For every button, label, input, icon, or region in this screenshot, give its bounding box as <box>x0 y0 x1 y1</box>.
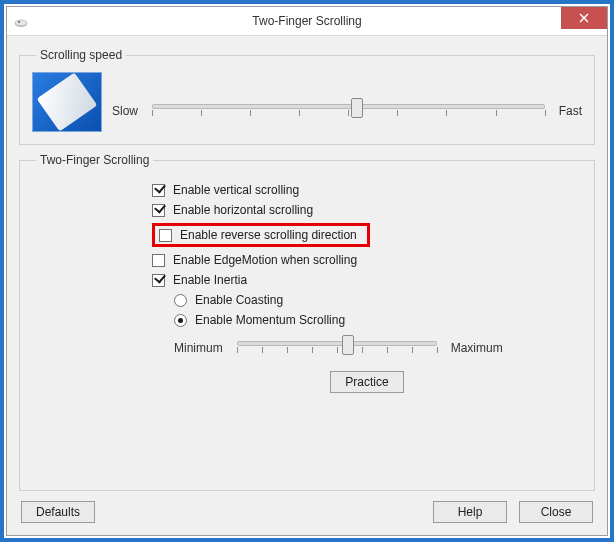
option-vertical-scrolling[interactable]: Enable vertical scrolling <box>152 183 582 197</box>
option-label: Enable Inertia <box>173 273 247 287</box>
group-two-finger-scrolling: Two-Finger Scrolling Enable vertical scr… <box>19 153 595 491</box>
option-label: Enable horizontal scrolling <box>173 203 313 217</box>
option-label: Enable vertical scrolling <box>173 183 299 197</box>
option-enable-inertia[interactable]: Enable Inertia <box>152 273 582 287</box>
practice-button[interactable]: Practice <box>330 371 404 393</box>
help-button[interactable]: Help <box>433 501 507 523</box>
option-enable-momentum[interactable]: Enable Momentum Scrolling <box>174 313 582 327</box>
close-button[interactable]: Close <box>519 501 593 523</box>
window-close-button[interactable] <box>561 7 607 29</box>
scrolling-speed-slider[interactable] <box>152 98 545 124</box>
group-scrolling-speed: Scrolling speed Slow Fast <box>19 48 595 145</box>
option-enable-coasting[interactable]: Enable Coasting <box>174 293 582 307</box>
inertia-slider-min-label: Minimum <box>174 341 223 355</box>
speed-slider-min-label: Slow <box>112 104 138 118</box>
checkbox-icon <box>152 204 165 217</box>
option-horizontal-scrolling[interactable]: Enable horizontal scrolling <box>152 203 582 217</box>
option-reverse-scrolling[interactable]: Enable reverse scrolling direction <box>152 223 582 247</box>
highlight-box: Enable reverse scrolling direction <box>152 223 370 247</box>
checkbox-icon <box>152 274 165 287</box>
checkbox-icon <box>159 229 172 242</box>
speed-slider-max-label: Fast <box>559 104 582 118</box>
dialog-window: Two-Finger Scrolling Scrolling speed Slo… <box>6 6 608 536</box>
radio-icon <box>174 294 187 307</box>
checkbox-icon <box>152 254 165 267</box>
inertia-slider[interactable] <box>237 335 437 361</box>
group-two-finger-scrolling-legend: Two-Finger Scrolling <box>36 153 153 167</box>
option-edgemotion[interactable]: Enable EdgeMotion when scrolling <box>152 253 582 267</box>
window-title: Two-Finger Scrolling <box>7 14 607 28</box>
option-label: Enable EdgeMotion when scrolling <box>173 253 357 267</box>
inertia-slider-max-label: Maximum <box>451 341 503 355</box>
option-label: Enable Momentum Scrolling <box>195 313 345 327</box>
option-label: Enable Coasting <box>195 293 283 307</box>
radio-icon <box>174 314 187 327</box>
option-label: Enable reverse scrolling direction <box>180 228 357 242</box>
defaults-button[interactable]: Defaults <box>21 501 95 523</box>
group-scrolling-speed-legend: Scrolling speed <box>36 48 126 62</box>
scrolling-speed-icon <box>32 72 102 132</box>
checkbox-icon <box>152 184 165 197</box>
titlebar: Two-Finger Scrolling <box>7 7 607 36</box>
